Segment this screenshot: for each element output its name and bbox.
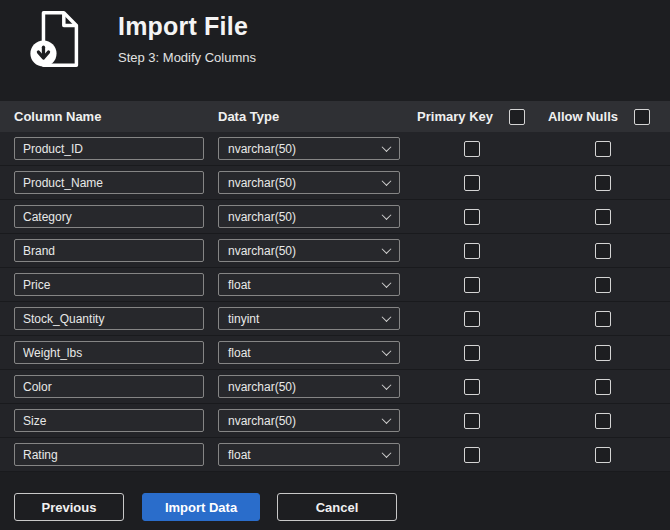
allow-nulls-checkbox[interactable] <box>595 379 611 395</box>
allow-nulls-checkbox[interactable] <box>595 277 611 293</box>
data-type-cell: nvarchar(50) <box>218 409 408 432</box>
primary-key-checkbox[interactable] <box>464 209 480 225</box>
data-type-cell: tinyint <box>218 307 408 330</box>
column-name-input[interactable] <box>14 171 204 194</box>
data-type-select[interactable]: nvarchar(50) <box>218 137 400 160</box>
data-type-value: tinyint <box>228 312 259 326</box>
allow-nulls-checkbox[interactable] <box>595 243 611 259</box>
data-type-value: float <box>228 278 251 292</box>
chevron-down-icon <box>382 346 392 356</box>
chevron-down-icon <box>382 142 392 152</box>
data-type-value: nvarchar(50) <box>228 142 296 156</box>
primary-key-cell <box>408 379 535 395</box>
data-type-cell: nvarchar(50) <box>218 137 408 160</box>
column-name-input[interactable] <box>14 341 204 364</box>
primary-key-checkbox[interactable] <box>464 447 480 463</box>
data-type-cell: nvarchar(50) <box>218 375 408 398</box>
table-row: nvarchar(50) <box>0 200 670 234</box>
previous-button[interactable]: Previous <box>14 493 124 521</box>
import-data-button[interactable]: Import Data <box>142 493 260 521</box>
header-primary-key-cell: Primary Key <box>408 109 535 125</box>
allow-nulls-checkbox[interactable] <box>595 209 611 225</box>
column-name-input[interactable] <box>14 137 204 160</box>
column-name-cell <box>0 239 218 262</box>
cancel-button[interactable]: Cancel <box>277 493 397 521</box>
allow-nulls-cell <box>535 345 670 361</box>
table-body: nvarchar(50) nvarchar(50) <box>0 132 670 472</box>
data-type-select[interactable]: nvarchar(50) <box>218 375 400 398</box>
primary-key-checkbox[interactable] <box>464 345 480 361</box>
table-row: nvarchar(50) <box>0 234 670 268</box>
primary-key-checkbox[interactable] <box>464 243 480 259</box>
allow-nulls-checkbox[interactable] <box>595 345 611 361</box>
allow-nulls-checkbox[interactable] <box>595 447 611 463</box>
data-type-select[interactable]: tinyint <box>218 307 400 330</box>
allow-nulls-checkbox[interactable] <box>595 141 611 157</box>
primary-key-cell <box>408 277 535 293</box>
allow-nulls-cell <box>535 447 670 463</box>
primary-key-checkbox[interactable] <box>464 413 480 429</box>
primary-key-cell <box>408 141 535 157</box>
allow-nulls-cell <box>535 413 670 429</box>
allow-nulls-cell <box>535 243 670 259</box>
column-name-cell <box>0 307 218 330</box>
allow-nulls-cell <box>535 175 670 191</box>
column-name-input[interactable] <box>14 307 204 330</box>
table-row: nvarchar(50) <box>0 370 670 404</box>
allow-nulls-select-all-checkbox[interactable] <box>634 109 650 125</box>
primary-key-checkbox[interactable] <box>464 277 480 293</box>
allow-nulls-cell <box>535 141 670 157</box>
chevron-down-icon <box>382 210 392 220</box>
allow-nulls-cell <box>535 277 670 293</box>
app-header: Import File Step 3: Modify Columns <box>0 0 670 70</box>
data-type-select[interactable]: nvarchar(50) <box>218 205 400 228</box>
primary-key-checkbox[interactable] <box>464 175 480 191</box>
primary-key-cell <box>408 345 535 361</box>
column-name-input[interactable] <box>14 443 204 466</box>
data-type-cell: float <box>218 443 408 466</box>
column-name-cell <box>0 375 218 398</box>
primary-key-cell <box>408 209 535 225</box>
data-type-value: float <box>228 448 251 462</box>
data-type-value: nvarchar(50) <box>228 210 296 224</box>
column-name-cell <box>0 273 218 296</box>
primary-key-cell <box>408 243 535 259</box>
header-data-type: Data Type <box>218 109 408 124</box>
allow-nulls-checkbox[interactable] <box>595 175 611 191</box>
data-type-select[interactable]: nvarchar(50) <box>218 239 400 262</box>
data-type-select[interactable]: nvarchar(50) <box>218 409 400 432</box>
primary-key-checkbox[interactable] <box>464 311 480 327</box>
data-type-value: float <box>228 346 251 360</box>
column-name-input[interactable] <box>14 205 204 228</box>
primary-key-cell <box>408 311 535 327</box>
data-type-select[interactable]: nvarchar(50) <box>218 171 400 194</box>
data-type-select[interactable]: float <box>218 341 400 364</box>
chevron-down-icon <box>382 380 392 390</box>
column-name-input[interactable] <box>14 409 204 432</box>
data-type-cell: float <box>218 341 408 364</box>
allow-nulls-cell <box>535 209 670 225</box>
chevron-down-icon <box>382 244 392 254</box>
primary-key-select-all-checkbox[interactable] <box>509 109 525 125</box>
column-name-input[interactable] <box>14 239 204 262</box>
primary-key-checkbox[interactable] <box>464 379 480 395</box>
header-primary-key-label: Primary Key <box>417 109 493 124</box>
primary-key-cell <box>408 413 535 429</box>
data-type-select[interactable]: float <box>218 273 400 296</box>
data-type-select[interactable]: float <box>218 443 400 466</box>
allow-nulls-cell <box>535 379 670 395</box>
data-type-cell: nvarchar(50) <box>218 205 408 228</box>
columns-table: Column Name Data Type Primary Key Allow … <box>0 101 670 472</box>
page-title: Import File <box>118 12 256 41</box>
allow-nulls-checkbox[interactable] <box>595 311 611 327</box>
column-name-input[interactable] <box>14 375 204 398</box>
table-row: nvarchar(50) <box>0 404 670 438</box>
allow-nulls-checkbox[interactable] <box>595 413 611 429</box>
column-name-input[interactable] <box>14 273 204 296</box>
chevron-down-icon <box>382 312 392 322</box>
data-type-value: nvarchar(50) <box>228 380 296 394</box>
chevron-down-icon <box>382 176 392 186</box>
column-name-cell <box>0 443 218 466</box>
primary-key-checkbox[interactable] <box>464 141 480 157</box>
table-row: nvarchar(50) <box>0 132 670 166</box>
